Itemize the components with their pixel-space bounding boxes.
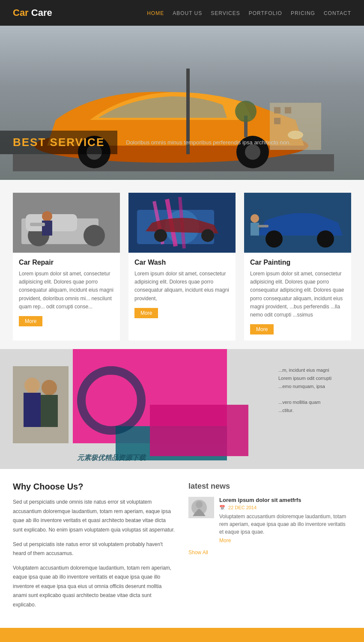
news-title: latest news [188,482,351,491]
service-title-paint: Car Painting [250,259,345,266]
svg-rect-10 [274,118,280,124]
svg-rect-35 [251,223,259,236]
news-headline: Lorem ipsum dolor sit ametfrfs [219,497,351,503]
why-news-section: Why Choose Us? Sed ut perspiciatis unde … [0,469,364,628]
hero-scene: BEST SERVICE Doloribus omnis minus tempo… [0,26,364,180]
svg-point-12 [235,101,257,122]
svg-point-40 [42,380,57,395]
nav-links: HOME ABOUT US SERVICES PORTFOLIO PRICING… [147,10,351,16]
svg-point-34 [251,214,259,223]
news-thumbnail [188,497,214,518]
service-content-wash: Car Wash Lorem ipsum dolor sit amet, con… [128,253,236,324]
svg-rect-41 [41,395,58,427]
hero-title: BEST SERVICE [13,136,104,149]
why-text-1: Sed ut perspiciatis unde omnis iste natu… [13,498,176,535]
show-all-link[interactable]: Show All [188,549,351,555]
watermark-section: 元素极优精品资源下载 ...m, incidunt eius magni Lor… [0,349,364,469]
service-img-repair [13,193,120,253]
nav-pricing[interactable]: PRICING [291,10,315,16]
svg-rect-21 [30,223,45,226]
svg-point-44 [196,501,203,508]
service-img-paint [244,193,351,253]
service-content-repair: Car Repair Lorem ipsum dolor sit amet, c… [13,253,120,332]
calendar-icon: 📅 [219,505,225,510]
svg-point-29 [201,229,214,242]
right-text: ...m, incidunt eius magni Lorem ipsum od… [278,366,351,414]
nav-about[interactable]: ABOUT US [173,10,202,16]
nav-home[interactable]: HOME [147,10,164,16]
hero-section: BEST SERVICE Doloribus omnis minus tempo… [0,26,364,180]
service-text-paint: Lorem ipsum dolor sit amet, consectetur … [250,270,345,319]
why-text-3: Voluptatem accusantium doloremque laudan… [13,564,176,610]
news-item: Lorem ipsum dolor sit ametfrfs 📅 22 DEC … [188,497,351,543]
service-more-repair[interactable]: More [19,316,42,326]
why-title: Why Choose Us? [13,482,176,492]
service-title-repair: Car Repair [19,259,114,266]
svg-point-28 [154,229,167,242]
watermark-text: 元素极优精品资源下载 [77,454,146,463]
services-grid: Car Repair Lorem ipsum dolor sit amet, c… [13,193,351,340]
svg-rect-36 [258,225,269,227]
news-date-text: 22 DEC 2014 [228,505,257,510]
news-desc: Voluptatem accusantium doloremque laudan… [219,513,351,536]
svg-point-17 [84,225,105,246]
service-title-wash: Car Wash [134,259,230,266]
navbar: Car Care HOME ABOUT US SERVICES PORTFOLI… [0,0,364,26]
nav-contact[interactable]: CONTACT [324,10,351,16]
why-text-2: Sed ut perspiciatis iste natus error sit… [13,540,176,558]
team-image [13,366,69,443]
svg-rect-9 [285,107,291,113]
service-more-paint[interactable]: More [250,324,274,334]
news-more-link[interactable]: More [219,537,351,543]
service-card-wash: Car Wash Lorem ipsum dolor sit amet, con… [128,193,236,340]
nav-portfolio[interactable]: PORTFOLIO [249,10,282,16]
svg-point-38 [24,378,40,393]
svg-point-19 [42,211,52,221]
hero-title-box: BEST SERVICE [0,131,117,154]
service-text-wash: Lorem ipsum dolor sit amet, consectetur … [134,270,230,303]
why-choose-col: Why Choose Us? Sed ut perspiciatis unde … [13,482,176,615]
service-more-wash[interactable]: More [134,308,158,318]
right-content: ...m, incidunt eius magni Lorem ipsum od… [278,366,351,414]
hero-subtitle: Doloribus omnis minus temporibus perfere… [117,134,299,151]
watermark-circle [77,366,146,435]
service-text-repair: Lorem ipsum dolor sit amet, consectetur … [19,270,114,311]
svg-point-32 [266,230,283,248]
news-date: 📅 22 DEC 2014 [219,505,351,511]
service-card-paint: Car Painting Lorem ipsum dolor sit amet,… [244,193,351,340]
watermark-pink2 [150,405,248,456]
logo-part2: Care [29,7,52,18]
svg-rect-39 [24,393,41,427]
services-section: Car Repair Lorem ipsum dolor sit amet, c… [0,180,364,349]
service-img-wash [128,193,236,253]
service-card-repair: Car Repair Lorem ipsum dolor sit amet, c… [13,193,120,340]
nav-services[interactable]: SERVICES [211,10,240,16]
news-col: latest news Lorem ipsum dolor sit ametfr… [188,482,351,615]
news-content: Lorem ipsum dolor sit ametfrfs 📅 22 DEC … [219,497,351,543]
service-content-paint: Car Painting Lorem ipsum dolor sit amet,… [244,253,351,340]
hero-car-illustration [13,69,334,171]
hero-overlay: BEST SERVICE Doloribus omnis minus tempo… [0,131,364,154]
testimonial-section: Blanditiis praesentium voluptatum deleni… [0,628,364,642]
site-logo: Car Care [13,7,52,18]
logo-part1: Car [13,7,29,18]
svg-rect-8 [274,107,280,113]
svg-point-33 [317,230,334,248]
